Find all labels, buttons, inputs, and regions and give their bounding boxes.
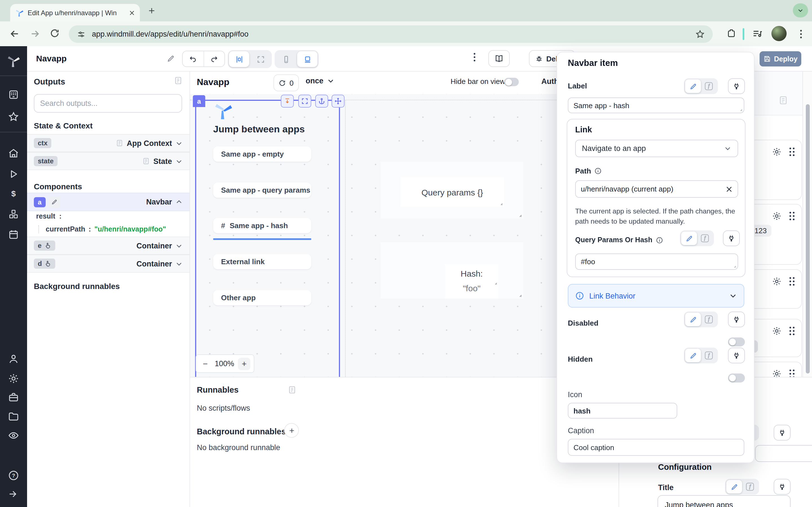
connect-plug-button[interactable]: [774, 479, 791, 495]
item-settings-gear-icon[interactable]: [772, 277, 781, 286]
nav-item-other-app[interactable]: Other app: [213, 290, 311, 305]
settings-gear-icon[interactable]: [8, 373, 19, 384]
connect-plug-button[interactable]: [728, 78, 745, 94]
link-behavior-collapsible[interactable]: Link Behavior: [568, 284, 744, 307]
connect-plug-button[interactable]: [774, 425, 791, 441]
fx-button[interactable]: ƒ: [742, 480, 758, 494]
frequency-dropdown[interactable]: once: [306, 76, 334, 85]
home-icon[interactable]: [8, 148, 19, 159]
forward-icon[interactable]: [29, 28, 41, 40]
nav-item-empty[interactable]: Same app - empty: [213, 147, 311, 162]
item-settings-gear-icon[interactable]: [772, 211, 781, 221]
connect-plug-button[interactable]: [723, 230, 740, 246]
nav-item-query-params[interactable]: Same app - query params: [213, 182, 311, 198]
link-type-select[interactable]: Navigate to an app: [575, 140, 738, 157]
query-params-text-component[interactable]: Query params {}: [400, 177, 504, 207]
deploy-button[interactable]: Deploy: [760, 51, 801, 66]
disabled-toggle[interactable]: [728, 337, 745, 346]
favorites-star-icon[interactable]: [8, 111, 19, 122]
nav-item-external-link[interactable]: External link: [213, 254, 311, 269]
chevron-up-icon[interactable]: [175, 198, 183, 206]
chevron-down-icon[interactable]: [175, 139, 183, 147]
fx-button[interactable]: ƒ: [701, 79, 717, 93]
title-input[interactable]: Jump between apps: [658, 495, 791, 507]
resize-grip-icon[interactable]: [499, 201, 503, 206]
static-pencil-button[interactable]: [726, 480, 742, 494]
drag-handle-icon[interactable]: [789, 327, 795, 335]
textarea-resize-grip[interactable]: [738, 107, 743, 112]
hash-text-component[interactable]: Hash: "foo": [445, 264, 499, 298]
url-bar[interactable]: app.windmill.dev/apps/edit/u/henri/navap…: [69, 25, 713, 43]
rename-pencil-icon[interactable]: [49, 196, 60, 208]
drag-handle-icon[interactable]: [789, 277, 795, 286]
edit-title-pencil-icon[interactable]: [167, 55, 175, 62]
output-row-ctx[interactable]: ctx App Context: [27, 134, 190, 152]
fullwidth-layout-button[interactable]: [250, 51, 271, 67]
refresh-count-button[interactable]: 0: [273, 74, 299, 91]
item-settings-gear-icon[interactable]: [772, 147, 781, 157]
audit-eye-icon[interactable]: [8, 430, 19, 441]
new-tab-button[interactable]: [148, 7, 156, 15]
drag-handle-icon[interactable]: [789, 148, 795, 156]
undo-button[interactable]: [183, 51, 204, 66]
hidden-field-input[interactable]: [755, 445, 812, 462]
runnables-doc-icon[interactable]: [288, 385, 297, 394]
expand-handle[interactable]: [298, 95, 311, 108]
connect-plug-button[interactable]: [728, 312, 745, 327]
bookmark-star-icon[interactable]: [695, 29, 705, 39]
navbar-item-card[interactable]: [751, 269, 802, 309]
add-background-runnable-button[interactable]: [284, 423, 299, 438]
fx-button[interactable]: ƒ: [697, 231, 713, 245]
static-pencil-button[interactable]: [685, 349, 701, 362]
navbar-item-card[interactable]: [751, 140, 802, 200]
collapse-arrow-icon[interactable]: [8, 489, 18, 499]
tab-close-icon[interactable]: [129, 10, 135, 15]
desktop-view-button[interactable]: [297, 51, 317, 67]
outputs-doc-icon[interactable]: [174, 76, 183, 85]
info-icon[interactable]: [656, 236, 663, 244]
component-row-d[interactable]: d Container: [27, 255, 190, 273]
extensions-icon[interactable]: [726, 28, 737, 38]
apps-icon[interactable]: [8, 89, 19, 100]
hidden-toggle[interactable]: [728, 374, 745, 383]
component-row-navbar[interactable]: a Navbar: [27, 193, 190, 211]
hide-bar-toggle[interactable]: [504, 78, 519, 86]
redo-button[interactable]: [204, 51, 224, 66]
static-pencil-button[interactable]: [685, 79, 701, 93]
navbar-item-card[interactable]: [751, 319, 802, 357]
reload-icon[interactable]: [50, 28, 60, 38]
browser-tab[interactable]: Edit App u/henri/navapp | Win: [10, 4, 140, 21]
drag-handle-icon[interactable]: [789, 370, 795, 377]
panel-scrollbar-thumb[interactable]: [806, 104, 810, 374]
mobile-view-button[interactable]: [276, 51, 296, 67]
expand-down-handle[interactable]: [281, 95, 294, 108]
static-pencil-button[interactable]: [685, 313, 701, 326]
fx-button[interactable]: ƒ: [701, 349, 717, 362]
item-settings-gear-icon[interactable]: [772, 369, 781, 377]
chevron-down-icon[interactable]: [175, 242, 183, 249]
runs-play-icon[interactable]: [8, 168, 19, 180]
textarea-resize-grip[interactable]: [732, 264, 737, 268]
docs-book-button[interactable]: [488, 50, 510, 67]
path-input[interactable]: u/henri/navapp (current app): [575, 180, 738, 198]
centered-layout-button[interactable]: [229, 51, 249, 67]
help-icon[interactable]: ?: [8, 470, 19, 481]
schedules-calendar-icon[interactable]: [8, 229, 19, 240]
move-handle[interactable]: [332, 95, 345, 108]
resize-grip-icon[interactable]: [517, 212, 522, 217]
query-params-input[interactable]: #foo: [575, 253, 738, 270]
info-icon[interactable]: [594, 167, 602, 175]
workers-briefcase-icon[interactable]: [8, 392, 19, 403]
resize-grip-icon[interactable]: [493, 281, 497, 285]
caption-input[interactable]: Cool caption: [568, 439, 744, 456]
fx-button[interactable]: ƒ: [701, 313, 717, 326]
window-chevron-button[interactable]: [793, 3, 808, 17]
more-options-icon[interactable]: [470, 53, 478, 61]
search-outputs-input[interactable]: [34, 94, 182, 113]
connect-plug-button[interactable]: [728, 348, 745, 363]
windmill-logo[interactable]: [7, 54, 20, 68]
browser-avatar[interactable]: [771, 26, 786, 41]
zoom-in-button[interactable]: +: [238, 357, 250, 370]
zoom-out-button[interactable]: −: [200, 357, 211, 370]
resize-grip-icon[interactable]: [517, 292, 522, 297]
